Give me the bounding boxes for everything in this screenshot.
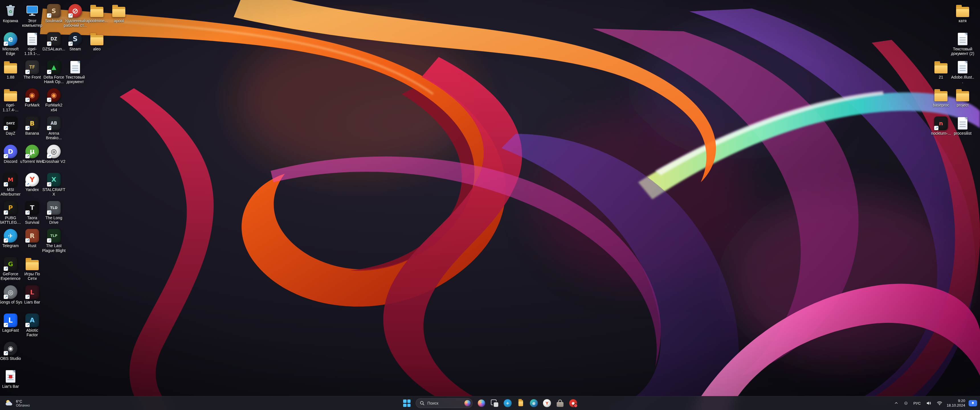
desktop-icon-games-online-folder[interactable]: Игры По Сети [20,257,44,281]
clock[interactable]: 9:20 18.10.2024 [947,399,965,408]
desktop-icon-delta-force[interactable]: ▲↗Delta Force Hawk Op... [42,60,66,84]
desktop-icon-aleo[interactable]: aleo [85,32,109,51]
desktop-icon-text-document[interactable]: Текстовый документ [63,60,87,84]
icon-label: Rust [20,243,44,248]
desktop-icon-the-front[interactable]: TF↗The Front [20,60,44,79]
path-shape [972,402,974,404]
desktop-icon-project[interactable]: project [951,88,975,107]
desktop-icon-geforce-experience[interactable]: G↗GeForce Experience [0,257,22,281]
weather-widget[interactable]: 6°C Облачно [1,396,33,410]
apool-icon [112,4,126,17]
search-icon [420,400,425,406]
desktop-icon-yandex[interactable]: Y↗Yandex [20,173,44,192]
circle-shape [905,403,906,404]
text-document-icon [68,60,82,74]
desktop-icon-obs-studio[interactable]: ◉↗OBS Studio [0,342,22,361]
desktop-icon-this-pc[interactable]: Этот компьютер [20,4,44,28]
desktop-icon-remote-desktop[interactable]: ⊘↗Удаленный рабочий ст... [63,4,87,28]
icon-label: Banana [20,131,44,135]
desktop-icon-stalcraft-x[interactable]: X↗STALCRAFT X [42,173,66,197]
desktop-icon-microsoft-edge[interactable]: e↗Microsoft Edge [0,32,22,56]
div-shape [958,117,967,130]
div-shape: Y [543,399,551,407]
desktop-icon-furmark[interactable]: ◉↗FurMark [20,88,44,107]
taskbar-app-telegram[interactable]: ✈ [502,397,514,409]
desktop-icon-banana[interactable]: B↗Banana [20,116,44,135]
desktop-icon-dayz[interactable]: DAYZ↗DayZ [0,116,22,135]
i-shape [112,9,125,17]
desktop-icon-katya[interactable]: катя [951,4,975,23]
shortcut-arrow-icon: ↗ [47,182,51,186]
desktop-icon-arena-breakout[interactable]: AB↗Arena Breako... [42,116,66,140]
network-button[interactable] [936,398,943,408]
desktop-icon-songs-of-sys[interactable]: ◎↗Songs of Sys [0,285,22,304]
desktop-icon-the-last-plague[interactable]: TLP↗The Last Plague Blight [42,229,66,253]
taskbar-app-edge-browser[interactable]: e [528,397,540,409]
i-shape [25,262,39,270]
desktop-icon-telegram[interactable]: ✈↗Telegram [0,229,22,248]
volume-button[interactable] [925,398,932,408]
desktop-icon-utorrent-web[interactable]: µ↗uTorrent Web [20,145,44,164]
taskbar-app-task-view[interactable] [488,397,501,409]
desktop-icon-folder-1-88[interactable]: 1.88 [0,60,22,79]
desktop-icon-text-document-2[interactable]: Текстовый документ (2) [951,32,975,56]
this-pc-icon [25,4,39,17]
desktop-icon-rigel-1-19[interactable]: rigel-1.19.1-... [20,32,44,56]
i-shape [557,402,563,407]
desktop-icon-apool[interactable]: apool [107,4,131,23]
div-shape [557,399,563,407]
desktop-icon-crosshair-v2[interactable]: ◎↗Crosshair V2 [42,145,66,164]
start-button[interactable] [401,397,413,409]
desktop-icon-nockturn[interactable]: n↗nockturn-... [929,116,953,135]
desktop-icon-furmark2[interactable]: ◉↗FurMark2 x64 [42,88,66,112]
desktop-icon-liars-bar[interactable]: L↗Liars Bar [20,285,44,304]
div-shape [958,61,967,73]
desktop-icon-abiotic-factor[interactable]: A↗Abiotic Factor [20,313,44,337]
taskbar-app-red-app[interactable]: ● [567,397,579,409]
desktop-icon-pubg[interactable]: P↗PUBG BATTLEGR... [0,201,22,225]
rigel-1-17-icon [4,88,18,102]
taskbar-app-yandex-browser[interactable]: Y [541,397,553,409]
i-shape [959,40,966,40]
shortcut-arrow-icon: ↗ [25,323,30,327]
desktop-icon-the-long-drive[interactable]: TLD↗The Long Drive [42,201,66,225]
i-shape [7,379,14,380]
desktop-icon-adobe-illustrator[interactable]: Adobe.Illust... [951,60,975,84]
banana-icon: B↗ [25,116,39,130]
system-tray: РУС 9:20 18.10.2024 [893,396,977,410]
taskbar-app-microsoft-store[interactable] [554,397,566,409]
windows-desktop: { "wallpaper": { "description": "abstrac… [0,0,980,410]
desktop-icon-lagofast[interactable]: L↗LagoFast [0,313,22,332]
desktop-icon-msi-afterburner[interactable]: M↗MSI Afterburner [0,173,22,197]
shortcut-arrow-icon: ↗ [68,41,73,46]
notification-badge[interactable] [969,400,977,406]
div-shape [90,35,103,45]
tray-chevron-button[interactable] [893,398,899,408]
icon-label: Этот компьютер [20,19,44,28]
div-shape: e [530,399,538,407]
taskbar-search[interactable]: Поиск [416,398,473,408]
div-shape [25,260,39,270]
desktop-icon-rigel-1-17[interactable]: rigel-1.17.4-... [0,88,22,112]
desktop-icon-soulmask[interactable]: S↗Soulmask [42,4,66,23]
folder-1-88-icon [4,60,18,74]
the-last-plague-icon: TLP↗ [47,229,61,243]
desktop-icon-baseproc[interactable]: baseproc [929,88,953,107]
desktop-icon-procesilist[interactable]: procesilist [951,116,975,135]
desktop-icon-dzsa-launcher[interactable]: DZ↗DZSALaun... [42,32,66,51]
desktop-icon-folder-21[interactable]: 21 [929,60,953,79]
language-indicator[interactable]: РУС [913,398,921,408]
desktop-icon-rust[interactable]: R↗Rust [20,229,44,248]
i-shape [959,68,966,68]
tray-app-icon[interactable] [903,398,909,408]
icon-label: DZSALaun... [42,47,66,51]
shortcut-arrow-icon: ↗ [47,41,51,46]
desktop-icon-recycle-bin[interactable]: ♻Корзина [0,4,22,23]
taskbar-app-copilot[interactable] [476,397,487,409]
desktop-icon-discord[interactable]: D↗Discord [0,145,22,164]
desktop-icon-taora-survival[interactable]: T↗Taora Survival [20,201,44,225]
desktop-icon-apoolmine[interactable]: apoolmine... [85,4,109,23]
taskbar-app-file-explorer[interactable] [515,397,527,409]
desktop-icon-liars-bar-doc[interactable]: Liar's Bar [0,370,22,389]
desktop-icon-steam[interactable]: S↗Steam [63,32,87,51]
